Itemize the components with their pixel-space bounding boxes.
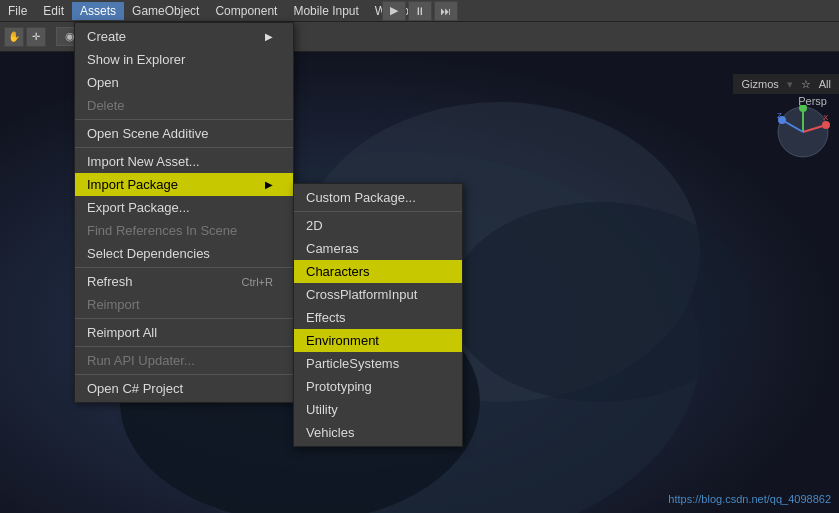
menubar-component[interactable]: Component [207, 2, 285, 20]
menu-select-dependencies[interactable]: Select Dependencies [75, 242, 293, 265]
watermark: https://blog.csdn.net/qq_4098862 [668, 493, 831, 505]
create-arrow: ▶ [265, 31, 273, 42]
submenu-cameras[interactable]: Cameras [294, 237, 462, 260]
gizmos-bar: Gizmos ▾ ☆ All [733, 74, 839, 94]
submenu-2d[interactable]: 2D [294, 214, 462, 237]
submenu-effects[interactable]: Effects [294, 306, 462, 329]
submenu-environment[interactable]: Environment [294, 329, 462, 352]
menu-create[interactable]: Create ▶ [75, 25, 293, 48]
submenu-crossplatforminput[interactable]: CrossPlatformInput [294, 283, 462, 306]
play-controls: ▶ ⏸ ⏭ [382, 1, 458, 21]
sep-4 [75, 318, 293, 319]
pause-button[interactable]: ⏸ [408, 1, 432, 21]
submenu-vehicles[interactable]: Vehicles [294, 421, 462, 444]
menu-find-references[interactable]: Find References In Scene [75, 219, 293, 242]
sep-3 [75, 267, 293, 268]
menu-export-package[interactable]: Export Package... [75, 196, 293, 219]
submenu-characters[interactable]: Characters [294, 260, 462, 283]
submenu-particlesystems[interactable]: ParticleSystems [294, 352, 462, 375]
import-package-submenu-list: Custom Package... 2D Cameras Characters … [293, 183, 463, 447]
menu-reimport-all[interactable]: Reimport All [75, 321, 293, 344]
menubar-edit[interactable]: Edit [35, 2, 72, 20]
menu-open-csharp[interactable]: Open C# Project [75, 377, 293, 400]
gizmos-separator: ▾ [787, 78, 793, 91]
menu-run-api-updater[interactable]: Run API Updater... [75, 349, 293, 372]
menubar: File Edit Assets GameObject Component Mo… [0, 0, 839, 22]
gizmos-all-label: All [819, 78, 831, 90]
menu-open[interactable]: Open [75, 71, 293, 94]
step-button[interactable]: ⏭ [434, 1, 458, 21]
axes-gizmo: X Y Z [776, 105, 831, 163]
gizmos-all: ☆ [801, 78, 811, 91]
menu-import-new-asset[interactable]: Import New Asset... [75, 150, 293, 173]
menu-open-scene-additive[interactable]: Open Scene Additive [75, 122, 293, 145]
sep-2 [75, 147, 293, 148]
assets-dropdown: Create ▶ Show in Explorer Open Delete Op… [74, 22, 294, 403]
import-package-submenu: Custom Package... 2D Cameras Characters … [293, 183, 463, 447]
menu-reimport[interactable]: Reimport [75, 293, 293, 316]
play-button[interactable]: ▶ [382, 1, 406, 21]
submenu-prototyping[interactable]: Prototyping [294, 375, 462, 398]
menu-delete[interactable]: Delete [75, 94, 293, 117]
submenu-utility[interactable]: Utility [294, 398, 462, 421]
move-tool[interactable]: ✛ [26, 27, 46, 47]
refresh-shortcut: Ctrl+R [242, 276, 273, 288]
svg-text:Z: Z [777, 111, 782, 120]
submenu-custom-package[interactable]: Custom Package... [294, 186, 462, 209]
sep-5 [75, 346, 293, 347]
hand-tool[interactable]: ✋ [4, 27, 24, 47]
gizmos-label[interactable]: Gizmos [741, 78, 778, 90]
svg-text:X: X [823, 113, 829, 122]
menu-show-in-explorer[interactable]: Show in Explorer [75, 48, 293, 71]
menubar-gameobject[interactable]: GameObject [124, 2, 207, 20]
menu-refresh[interactable]: Refresh Ctrl+R [75, 270, 293, 293]
sep-1 [75, 119, 293, 120]
import-package-arrow: ▶ [265, 179, 273, 190]
menubar-file[interactable]: File [0, 2, 35, 20]
submenu-sep-1 [294, 211, 462, 212]
menu-import-package[interactable]: Import Package ▶ [75, 173, 293, 196]
svg-text:Y: Y [798, 105, 804, 110]
sep-6 [75, 374, 293, 375]
menubar-assets[interactable]: Assets [72, 2, 124, 20]
svg-point-7 [822, 121, 830, 129]
menubar-mobile-input[interactable]: Mobile Input [285, 2, 366, 20]
svg-point-4 [450, 202, 750, 402]
assets-menu: Create ▶ Show in Explorer Open Delete Op… [74, 22, 294, 403]
